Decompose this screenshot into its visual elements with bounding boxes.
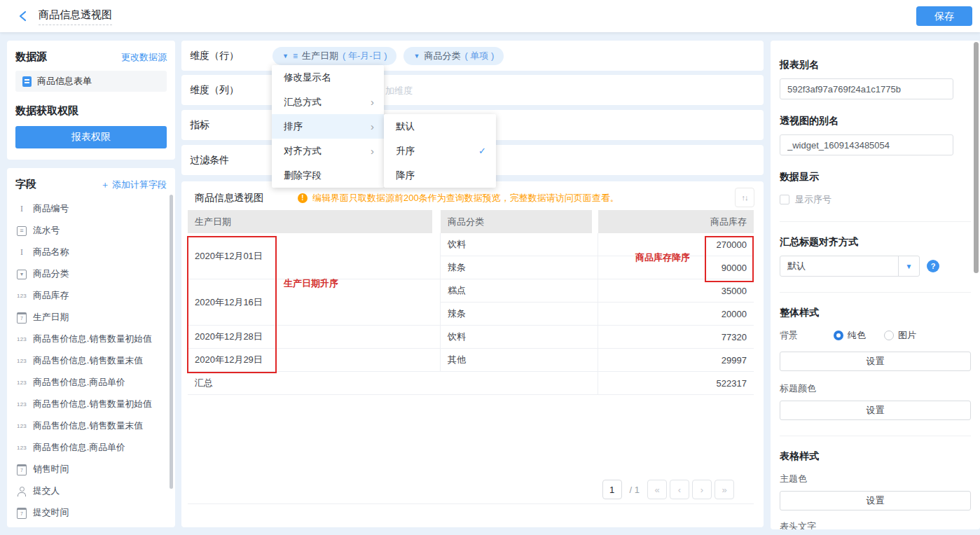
number-field-icon: [15, 356, 28, 367]
field-item[interactable]: 销售时间: [15, 459, 167, 480]
number-field-icon: [15, 334, 28, 345]
title-color-label: 标题颜色: [780, 382, 971, 395]
menu-item-label: 删除字段: [284, 169, 322, 182]
menu-item-aggregation[interactable]: 汇总方式 ›: [272, 90, 384, 114]
field-label: 商品售价信息.销售数量末值: [33, 420, 143, 432]
column-header: 生产日期: [188, 210, 441, 233]
field-label: 商品售价信息.商品单价: [33, 377, 125, 389]
category-cell: 糕点: [441, 279, 598, 303]
chevron-down-icon: ▼: [282, 53, 289, 60]
table-row: 2020年12月28日 饮料 77320: [188, 326, 754, 349]
bg-image-option[interactable]: 图片: [884, 329, 916, 342]
page-input[interactable]: [602, 480, 622, 499]
radio-unselected-icon[interactable]: [884, 331, 894, 340]
row-dimension-row: 维度（行） ▼ ≡ 生产日期 ( 年-月-日 ) ▼ 商品分类 ( 单项 ): [181, 41, 764, 71]
menu-item-rename[interactable]: 修改显示名: [272, 65, 384, 90]
title-color-set-button[interactable]: 设置: [780, 401, 971, 420]
field-label: 提交人: [33, 485, 60, 497]
background-label: 背景: [780, 329, 834, 342]
submenu-item-default[interactable]: 默认: [384, 114, 496, 139]
field-item[interactable]: 流水号: [15, 220, 167, 242]
bg-solid-option[interactable]: 纯色: [834, 329, 866, 342]
show-index-option[interactable]: 显示序号: [780, 193, 971, 206]
fields-card: 字段 ＋ 添加计算字段 商品编号 流水号 商品名称 商品分类 商品库存 生产日期…: [7, 168, 175, 527]
chevron-right-icon: ›: [371, 145, 374, 157]
select-field-icon: [15, 269, 28, 280]
column-dimension-row: 维度（列） 加维度: [181, 75, 764, 105]
preview-divider: [188, 503, 754, 504]
change-datasource-link[interactable]: 更改数据源: [121, 51, 167, 64]
radio-selected-icon[interactable]: [834, 331, 843, 340]
checkbox-unchecked[interactable]: [780, 195, 789, 204]
field-item[interactable]: 生产日期: [15, 307, 167, 328]
report-permission-button[interactable]: 报表权限: [15, 126, 167, 148]
prev-page-button[interactable]: ‹: [670, 480, 689, 499]
fields-heading: 字段: [15, 178, 36, 191]
bg-solid-label: 纯色: [848, 329, 866, 342]
field-item[interactable]: 商品售价信息.销售数量初始值: [15, 394, 167, 415]
category-cell: 辣条: [441, 303, 598, 326]
field-label: 商品售价信息.销售数量初始值: [33, 333, 152, 345]
category-cell: 饮料: [441, 326, 598, 349]
theme-color-set-button[interactable]: 设置: [780, 491, 971, 510]
settings-panel: 报表别名 透视图的别名 数据显示 显示序号 汇总标题对齐方式 默认 ▼ ? 整体…: [771, 41, 980, 529]
save-button[interactable]: 保存: [916, 6, 972, 26]
field-label: 商品编号: [33, 203, 69, 215]
date-cell: 2020年12月29日: [188, 349, 441, 372]
form-document-icon: [22, 76, 32, 87]
field-item[interactable]: 商品售价信息.商品单价: [15, 372, 167, 394]
background-set-button[interactable]: 设置: [780, 352, 971, 371]
chevron-right-icon: ›: [371, 120, 374, 132]
field-item[interactable]: 商品名称: [15, 242, 167, 263]
chevron-right-icon: ›: [371, 96, 374, 108]
summary-align-label: 汇总标题对齐方式: [780, 236, 971, 249]
field-item[interactable]: 商品编号: [15, 198, 167, 220]
chip-production-date[interactable]: ▼ ≡ 生产日期 ( 年-月-日 ): [272, 47, 396, 65]
add-calc-field-link[interactable]: ＋ 添加计算字段: [100, 179, 167, 191]
data-display-label: 数据显示: [780, 171, 971, 183]
date-cell: 2020年12月01日: [188, 233, 441, 279]
datasource-heading: 数据源: [15, 50, 47, 64]
field-item[interactable]: 商品售价信息.销售数量末值: [15, 350, 167, 372]
report-alias-input[interactable]: [780, 78, 953, 99]
field-item[interactable]: 商品分类: [15, 263, 167, 285]
first-page-button[interactable]: «: [647, 480, 667, 499]
field-item[interactable]: 提交时间: [15, 502, 167, 524]
chevron-down-icon: ▼: [413, 53, 420, 60]
last-page-button[interactable]: »: [715, 480, 734, 499]
widget-alias-input[interactable]: [780, 134, 953, 155]
field-item[interactable]: 商品库存: [15, 285, 167, 307]
field-item[interactable]: 商品售价信息.销售数量初始值: [15, 328, 167, 350]
sort-order-icon[interactable]: ↑↓: [735, 188, 754, 207]
widget-alias-label: 透视图的别名: [780, 115, 971, 127]
number-field-icon: [15, 421, 28, 432]
field-item[interactable]: 商品售价信息.销售数量末值: [15, 415, 167, 437]
submenu-item-ascending[interactable]: 升序 ✓: [384, 139, 496, 163]
bg-image-label: 图片: [898, 329, 916, 342]
section-divider: [780, 292, 971, 293]
help-icon[interactable]: ?: [927, 260, 939, 272]
stock-cell: 90000: [598, 256, 754, 279]
back-icon[interactable]: [17, 10, 29, 22]
field-item[interactable]: 商品售价信息.商品单价: [15, 437, 167, 459]
datasource-item[interactable]: 商品信息表单: [15, 71, 167, 92]
stock-cell: 270000: [598, 233, 754, 256]
panel-scrollbar[interactable]: [974, 42, 979, 273]
menu-item-delete-field[interactable]: 删除字段: [272, 163, 384, 188]
report-alias-label: 报表别名: [780, 59, 971, 71]
menu-item-sort[interactable]: 排序 ›: [272, 114, 384, 139]
submenu-item-descending[interactable]: 降序: [384, 163, 496, 188]
date-cell: 2020年12月16日: [188, 279, 441, 326]
show-index-label: 显示序号: [795, 193, 831, 206]
next-page-button[interactable]: ›: [692, 480, 712, 499]
number-field-icon: [15, 377, 28, 389]
fields-scrollbar[interactable]: [170, 195, 173, 489]
field-context-menu: 修改显示名 汇总方式 › 排序 › 对齐方式 › 删除字段: [272, 65, 384, 188]
menu-item-align[interactable]: 对齐方式 ›: [272, 139, 384, 163]
summary-align-select[interactable]: 默认 ▼: [780, 256, 920, 277]
menu-item-label: 汇总方式: [284, 96, 322, 109]
text-field-icon: [15, 247, 28, 258]
chip-product-category[interactable]: ▼ 商品分类 ( 单项 ): [403, 47, 504, 65]
menu-item-label: 升序: [396, 145, 415, 158]
field-item[interactable]: 提交人: [15, 480, 167, 502]
